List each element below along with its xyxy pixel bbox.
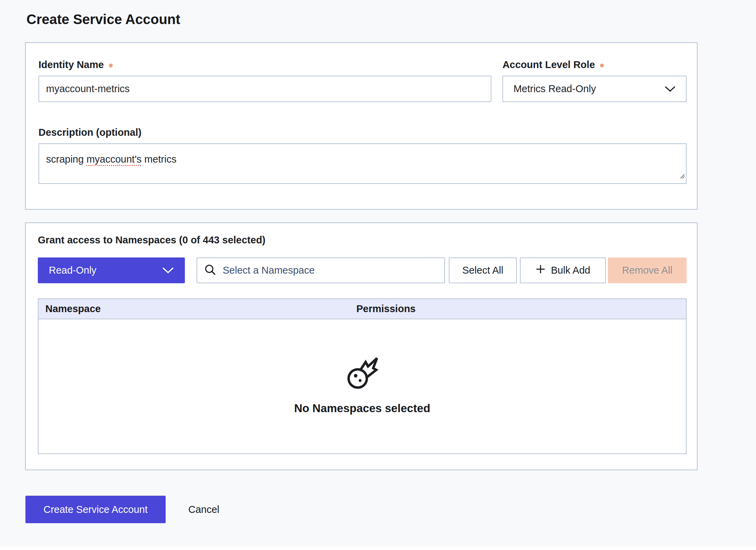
permission-role-value: Read-Only [49, 265, 97, 276]
search-icon [204, 264, 216, 277]
plus-icon [535, 264, 551, 277]
identity-name-label: Identity Name [38, 59, 104, 70]
account-level-role-value: Metrics Read-Only [513, 83, 596, 95]
namespace-search-input[interactable] [222, 264, 437, 276]
description-text-misspelled: myaccount's [87, 154, 142, 165]
bulk-add-button[interactable]: Bulk Add [520, 257, 606, 283]
resize-handle-icon[interactable] [679, 169, 685, 183]
namespaces-table-header: Namespace Permissions [38, 299, 686, 319]
footer-actions: Create Service Account Cancel [25, 496, 756, 523]
identity-card: Identity Name Account Level Role Metrics… [25, 42, 698, 210]
namespaces-toolbar: Read-Only Select All [38, 257, 687, 283]
page-title: Create Service Account [26, 10, 756, 28]
required-dot [600, 64, 604, 67]
cancel-button[interactable]: Cancel [188, 504, 219, 515]
bulk-add-label: Bulk Add [551, 265, 590, 276]
required-dot [109, 64, 113, 67]
description-textarea[interactable]: scraping myaccount's metrics [38, 143, 687, 184]
empty-state-message: No Namespaces selected [294, 402, 430, 415]
chevron-down-icon [162, 265, 174, 276]
account-level-role-label: Account Level Role [502, 59, 595, 70]
account-level-role-select[interactable]: Metrics Read-Only [502, 76, 687, 102]
create-service-account-page: Create Service Account Identity Name Acc… [0, 10, 756, 550]
column-header-permissions: Permissions [356, 303, 415, 315]
permission-role-dropdown[interactable]: Read-Only [38, 257, 185, 283]
namespaces-heading: Grant access to Namespaces (0 of 443 sel… [38, 234, 687, 246]
identity-name-input[interactable] [38, 76, 491, 102]
description-text: metrics [142, 154, 177, 165]
namespaces-card: Grant access to Namespaces (0 of 443 sel… [25, 222, 698, 470]
description-text: scraping [46, 154, 87, 165]
namespace-search[interactable] [197, 257, 445, 283]
column-header-namespace: Namespace [38, 303, 356, 315]
description-field: Description (optional) scraping myaccoun… [38, 126, 687, 184]
remove-all-button[interactable]: Remove All [608, 257, 687, 283]
comet-icon [346, 356, 379, 393]
identity-name-field: Identity Name [38, 58, 491, 102]
create-service-account-button[interactable]: Create Service Account [25, 496, 166, 523]
account-level-role-field: Account Level Role Metrics Read-Only [502, 58, 687, 102]
identity-row: Identity Name Account Level Role Metrics… [38, 58, 687, 102]
select-all-button[interactable]: Select All [449, 257, 517, 283]
description-label: Description (optional) [38, 127, 142, 138]
namespaces-table-body: No Namespaces selected [38, 319, 686, 453]
namespaces-table: Namespace Permissions No Namespaces sele… [38, 298, 687, 454]
bottom-strip [0, 547, 756, 550]
chevron-down-icon [665, 83, 676, 95]
